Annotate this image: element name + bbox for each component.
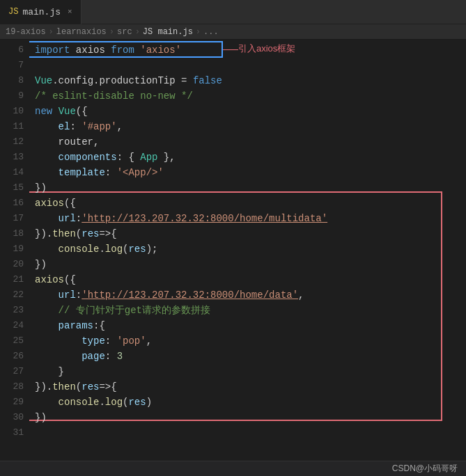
ln-17: 17	[0, 211, 24, 226]
code-line-25: type: 'pop',	[35, 333, 466, 349]
code-line-23: // 专门针对于get请求的参数拼接	[35, 303, 466, 318]
ln-8: 8	[0, 73, 24, 88]
code-line-16: axios({	[35, 196, 466, 211]
code-line-18: }).then(res=>{	[35, 226, 466, 241]
ln-16: 16	[0, 196, 24, 211]
code-line-15: })	[35, 180, 466, 196]
ln-22: 22	[0, 287, 24, 303]
code-line-20: })	[35, 257, 466, 272]
watermark-text: CSDN@小码哥呀	[392, 463, 458, 475]
ln-7: 7	[0, 58, 24, 73]
code-line-29: console.log(res)	[35, 395, 466, 410]
ln-10: 10	[0, 104, 24, 119]
breadcrumb-part-1: 19-axios	[6, 27, 46, 37]
code-line-7	[35, 58, 466, 73]
breadcrumb-sep-1: ›	[49, 27, 54, 37]
code-content: 引入axios框架 import axios from 'axios' Vue.…	[29, 40, 466, 461]
code-line-8: Vue.config.productionTip = false	[35, 73, 466, 88]
code-line-27: }	[35, 364, 466, 379]
ln-18: 18	[0, 226, 24, 241]
ln-29: 29	[0, 395, 24, 410]
ln-14: 14	[0, 165, 24, 180]
ln-27: 27	[0, 364, 24, 379]
breadcrumb-sep-3: ›	[135, 27, 140, 37]
code-line-6: import axios from 'axios'	[35, 42, 466, 58]
breadcrumb-part-5: ...	[203, 27, 219, 37]
breadcrumb-part-2: learnaxios	[56, 27, 107, 37]
breadcrumb-part-3: src	[117, 27, 132, 37]
file-tab[interactable]: JS main.js ×	[0, 0, 81, 24]
code-line-10: new Vue({	[35, 104, 466, 119]
ln-25: 25	[0, 333, 24, 349]
breadcrumb: 19-axios › learnaxios › src › JS main.js…	[0, 24, 466, 40]
code-line-31	[35, 425, 466, 441]
ln-12: 12	[0, 134, 24, 150]
code-line-28: }).then(res=>{	[35, 379, 466, 395]
code-line-11: el: '#app',	[35, 119, 466, 134]
code-line-24: params:{	[35, 318, 466, 333]
code-line-17: url:'http://123.207.32.32:8000/home/mult…	[35, 211, 466, 226]
ln-21: 21	[0, 272, 24, 287]
ln-24: 24	[0, 318, 24, 333]
ln-9: 9	[0, 88, 24, 104]
js-file-icon: JS	[8, 7, 18, 17]
code-area: 6 7 8 9 10 11 12 13 14 15 16 17 18 19 20…	[0, 40, 466, 461]
code-line-9: /* eslint-disable no-new */	[35, 88, 466, 104]
breadcrumb-sep-2: ›	[109, 27, 114, 37]
breadcrumb-sep-4: ›	[196, 27, 201, 37]
ln-13: 13	[0, 150, 24, 165]
code-line-14: template: '<App/>'	[35, 165, 466, 180]
ln-31: 31	[0, 425, 24, 441]
line-numbers: 6 7 8 9 10 11 12 13 14 15 16 17 18 19 20…	[0, 40, 29, 461]
code-line-21: axios({	[35, 272, 466, 287]
ln-6: 6	[0, 42, 24, 58]
code-line-26: page: 3	[35, 349, 466, 364]
ln-11: 11	[0, 119, 24, 134]
breadcrumb-part-4: JS main.js	[143, 27, 193, 37]
tab-close-button[interactable]: ×	[68, 8, 72, 16]
ln-19: 19	[0, 241, 24, 257]
tab-label: main.js	[22, 7, 61, 17]
ln-26: 26	[0, 349, 24, 364]
status-bar: CSDN@小码哥呀	[0, 461, 466, 476]
ln-23: 23	[0, 303, 24, 318]
ln-28: 28	[0, 379, 24, 395]
ln-30: 30	[0, 410, 24, 425]
code-line-19: console.log(res);	[35, 241, 466, 257]
code-line-22: url:'http://123.207.32.32:8000/home/data…	[35, 287, 466, 303]
token-import: import	[35, 42, 70, 58]
editor-container: JS main.js × 19-axios › learnaxios › src…	[0, 0, 466, 476]
code-line-30: })	[35, 410, 466, 425]
code-line-13: components: { App },	[35, 150, 466, 165]
tab-bar: JS main.js ×	[0, 0, 466, 24]
ln-20: 20	[0, 257, 24, 272]
ln-15: 15	[0, 180, 24, 196]
code-line-12: router,	[35, 134, 466, 150]
